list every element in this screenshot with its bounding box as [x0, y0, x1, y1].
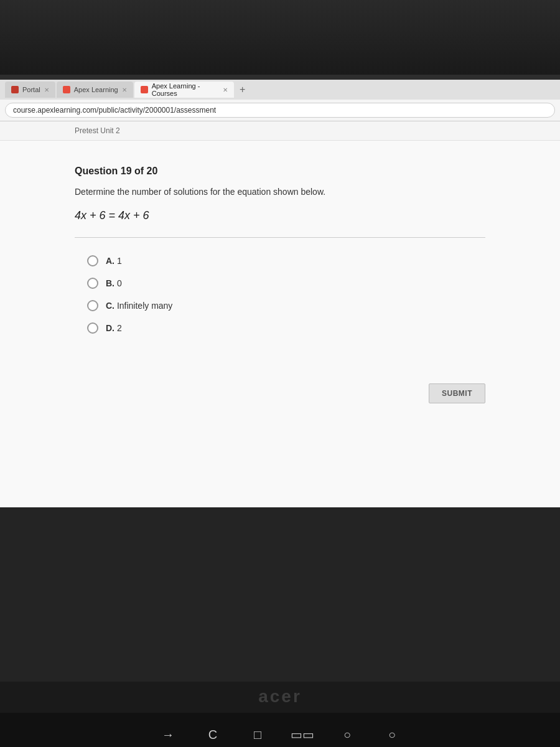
tab-portal-close[interactable]: ✕ [44, 87, 49, 93]
bottom-laptop: acer → C □ ▭▭ ○ ○ [0, 507, 560, 747]
tab-apex-label: Apex Learning [74, 86, 118, 93]
new-tab-button[interactable]: + [235, 82, 250, 97]
divider [75, 237, 485, 238]
option-d-label: D. 2 [106, 323, 122, 333]
taskbar-back-icon[interactable]: → [158, 725, 178, 745]
option-b[interactable]: B. 0 [87, 278, 485, 289]
question-prompt: Determine the number of solutions for th… [75, 187, 485, 197]
equation-display: 4x + 6 = 4x + 6 [75, 209, 485, 222]
tab-bar: Portal ✕ Apex Learning ✕ Apex Learning -… [0, 80, 560, 100]
question-header: Question 19 of 20 [75, 166, 485, 177]
option-c[interactable]: C. Infinitely many [87, 300, 485, 311]
laptop-brand: acer [258, 687, 302, 707]
taskbar-circle2-icon[interactable]: ○ [382, 725, 402, 745]
tab-apex-courses[interactable]: Apex Learning - Courses ✕ [134, 82, 234, 98]
screen-border [0, 75, 560, 80]
tab-portal-label: Portal [22, 86, 40, 93]
laptop-panel [0, 507, 560, 682]
taskbar: → C □ ▭▭ ○ ○ [0, 713, 560, 747]
page-content: Pretest Unit 2 Question 19 of 20 Determi… [0, 121, 560, 507]
tab-apex-learning[interactable]: Apex Learning ✕ [57, 82, 133, 98]
breadcrumb: Pretest Unit 2 [0, 121, 560, 141]
apex-learning-favicon [63, 86, 70, 93]
apex-courses-favicon [141, 86, 148, 93]
question-container: Question 19 of 20 Determine the number o… [0, 141, 560, 359]
submit-button[interactable]: SUBMIT [429, 383, 485, 403]
radio-d[interactable] [87, 322, 98, 334]
taskbar-c-icon[interactable]: C [203, 725, 223, 745]
option-a-label: A. 1 [106, 256, 122, 266]
taskbar-window-icon[interactable]: □ [248, 725, 268, 745]
tab-apex-courses-label: Apex Learning - Courses [152, 82, 219, 97]
radio-b[interactable] [87, 278, 98, 289]
taskbar-circle-icon[interactable]: ○ [337, 725, 357, 745]
tab-apex-courses-close[interactable]: ✕ [223, 87, 228, 93]
option-c-label: C. Infinitely many [106, 301, 172, 311]
address-text: course.apexlearning.com/public/activity/… [13, 106, 216, 115]
address-bar-row: course.apexlearning.com/public/activity/… [0, 100, 560, 121]
top-bezel [0, 0, 560, 75]
option-b-label: B. 0 [106, 278, 122, 288]
submit-area: SUBMIT [0, 359, 560, 416]
portal-favicon [11, 86, 19, 93]
taskbar-split-icon[interactable]: ▭▭ [292, 725, 312, 745]
radio-c[interactable] [87, 300, 98, 311]
browser-chrome: Portal ✕ Apex Learning ✕ Apex Learning -… [0, 80, 560, 121]
tab-apex-close[interactable]: ✕ [122, 87, 127, 93]
answer-options: A. 1 B. 0 C. Infinitely many D. 2 [75, 255, 485, 334]
option-d[interactable]: D. 2 [87, 322, 485, 334]
option-a[interactable]: A. 1 [87, 255, 485, 266]
breadcrumb-text: Pretest Unit 2 [75, 126, 120, 135]
radio-a[interactable] [87, 255, 98, 266]
address-bar[interactable]: course.apexlearning.com/public/activity/… [5, 103, 555, 118]
tab-portal[interactable]: Portal ✕ [5, 82, 55, 98]
